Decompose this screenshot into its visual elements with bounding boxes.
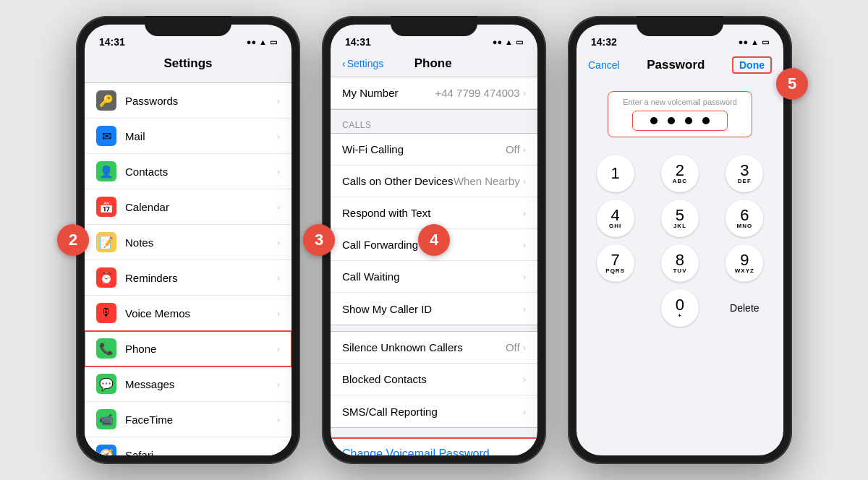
safari-chevron: ›: [277, 450, 280, 456]
sms-reporting-row[interactable]: SMS/Call Reporting ›: [331, 395, 537, 427]
nav-title-2: Phone: [383, 56, 482, 71]
settings-row-voicememos[interactable]: 🎙 Voice Memos ›: [85, 296, 292, 331]
phone-3-frame: 14:32 ●● ▲ ▭ Cancel Password Done Enter …: [568, 16, 792, 464]
num-sub-5: JKL: [673, 223, 686, 229]
wifi-icon-2: ▲: [505, 38, 513, 46]
numpad: 1 2 ABC 3 DEF 4 GHI 5 JKL: [576, 145, 783, 327]
wifi-calling-label: Wi-Fi Calling: [342, 143, 506, 155]
phone-2-container: 3 4 14:31 ●● ▲ ▭ ‹ Settings Phone: [322, 16, 546, 464]
nav-bar-1: Settings: [85, 53, 292, 77]
settings-row-contacts[interactable]: 👤 Contacts ›: [85, 154, 292, 189]
wifi-calling-chevron: ›: [523, 144, 526, 155]
phone-1-container: 2 14:31 ●● ▲ ▭ Settings: [76, 16, 300, 464]
blocked-contacts-row[interactable]: Blocked Contacts ›: [331, 364, 537, 395]
calls-other-devices-value: When Nearby: [454, 175, 520, 187]
voicemail-password-row[interactable]: Change Voicemail Password ›: [331, 438, 537, 455]
num-main-0: 0: [676, 297, 684, 313]
cancel-button[interactable]: Cancel: [588, 59, 620, 71]
settings-row-notes[interactable]: 📝 Notes ›: [85, 225, 292, 260]
signal-icon-3: ●●: [739, 38, 748, 46]
num-btn-7[interactable]: 7 PQRS: [597, 244, 634, 282]
num-btn-3[interactable]: 3 DEF: [726, 155, 763, 192]
my-number-row[interactable]: My Number +44 7799 474003 ›: [331, 77, 537, 109]
call-waiting-row[interactable]: Call Waiting ›: [331, 261, 537, 293]
caller-id-row[interactable]: Show My Caller ID ›: [331, 293, 537, 325]
num-btn-5[interactable]: 5 JKL: [661, 200, 699, 237]
num-btn-1[interactable]: 1: [597, 155, 634, 192]
silence-callers-row[interactable]: Silence Unknown Callers Off ›: [331, 332, 537, 364]
notes-chevron: ›: [277, 237, 280, 248]
back-button-2[interactable]: ‹ Settings: [342, 58, 383, 69]
calls-section-header: CALLS: [331, 116, 537, 133]
phone-label: Phone: [125, 343, 277, 355]
settings-row-phone[interactable]: 📞 Phone ›: [85, 331, 292, 367]
delete-label: Delete: [730, 302, 759, 314]
password-dot-1: [650, 117, 658, 124]
calls-other-devices-row[interactable]: Calls on Other Devices When Nearby ›: [331, 166, 537, 197]
voicememos-chevron: ›: [277, 308, 280, 319]
facetime-chevron: ›: [277, 414, 280, 425]
num-sub-6: MNO: [736, 223, 752, 229]
num-btn-2[interactable]: 2 ABC: [661, 155, 699, 192]
status-icons-1: ●● ▲ ▭: [247, 38, 277, 47]
time-3: 14:32: [591, 36, 617, 48]
notch-1: [145, 16, 231, 36]
num-sub-0: +: [678, 313, 682, 319]
settings-row-reminders[interactable]: ⏰ Reminders ›: [85, 260, 292, 296]
settings-row-passwords[interactable]: 🔑 Passwords ›: [85, 83, 292, 119]
num-btn-4[interactable]: 4 GHI: [597, 200, 634, 237]
num-main-1: 1: [611, 166, 620, 181]
signal-icon-2: ●●: [493, 38, 502, 46]
settings-row-facetime[interactable]: 📹 FaceTime ›: [85, 402, 292, 437]
done-button[interactable]: Done: [732, 56, 772, 74]
step-3-bubble: 3: [303, 224, 335, 256]
settings-row-messages[interactable]: 💬 Messages ›: [85, 367, 292, 402]
phone-1-screen: 14:31 ●● ▲ ▭ Settings 🔑 Passwords: [85, 25, 292, 455]
wifi-calling-value: Off: [506, 143, 520, 155]
num-btn-8[interactable]: 8 TUV: [661, 244, 699, 282]
settings-section-1: 🔑 Passwords › ✉ Mail › 👤 Contacts ›: [85, 82, 292, 455]
password-dot-4: [702, 117, 710, 124]
num-main-9: 9: [740, 252, 749, 268]
calendar-chevron: ›: [277, 202, 280, 213]
calendar-label: Calendar: [125, 201, 277, 213]
blocked-contacts-label: Blocked Contacts: [342, 373, 523, 385]
mail-chevron: ›: [277, 131, 280, 142]
battery-icon: ▭: [270, 38, 277, 47]
contacts-icon: 👤: [96, 161, 116, 181]
reminders-icon: ⏰: [96, 267, 116, 288]
silence-callers-value: Off: [506, 341, 520, 353]
time-1: 14:31: [99, 36, 125, 48]
passwords-icon: 🔑: [96, 90, 116, 111]
mail-icon: ✉: [96, 126, 116, 146]
blocked-contacts-chevron: ›: [523, 374, 526, 385]
num-sub-2: ABC: [673, 179, 687, 184]
calls-section-2: Silence Unknown Callers Off › Blocked Co…: [331, 331, 537, 428]
num-btn-0[interactable]: 0 +: [661, 289, 699, 327]
status-icons-3: ●● ▲ ▭: [739, 38, 769, 47]
settings-row-safari[interactable]: 🧭 Safari ›: [85, 437, 292, 455]
respond-text-chevron: ›: [523, 207, 526, 218]
wifi-icon-3: ▲: [751, 38, 759, 46]
settings-row-calendar[interactable]: 📅 Calendar ›: [85, 189, 292, 225]
calendar-icon: 📅: [96, 197, 116, 217]
silence-callers-label: Silence Unknown Callers: [342, 341, 506, 353]
num-sub-8: TUV: [673, 268, 686, 274]
num-main-7: 7: [611, 252, 620, 268]
settings-row-mail[interactable]: ✉ Mail ›: [85, 119, 292, 154]
reminders-label: Reminders: [125, 272, 277, 284]
phone-1-frame: 14:31 ●● ▲ ▭ Settings 🔑 Passwords: [76, 16, 300, 464]
delete-button[interactable]: Delete: [726, 289, 763, 327]
num-btn-6[interactable]: 6 MNO: [726, 200, 763, 237]
num-btn-9[interactable]: 9 WXYZ: [726, 244, 763, 282]
num-sub-3: DEF: [738, 179, 752, 184]
messages-chevron: ›: [277, 379, 280, 390]
status-icons-2: ●● ▲ ▭: [493, 38, 523, 47]
num-main-3: 3: [740, 163, 749, 179]
num-empty: [587, 289, 624, 327]
facetime-icon: 📹: [96, 409, 116, 429]
call-waiting-chevron: ›: [523, 271, 526, 282]
wifi-calling-row[interactable]: Wi-Fi Calling Off ›: [331, 134, 537, 166]
phone-chevron: ›: [277, 343, 280, 354]
contacts-chevron: ›: [277, 166, 280, 177]
